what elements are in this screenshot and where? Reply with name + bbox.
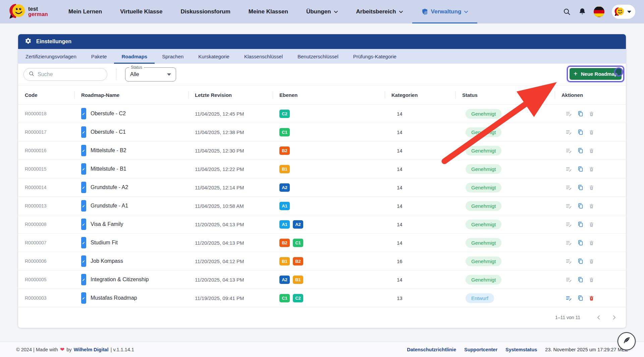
tab-sprachen[interactable]: Sprachen [155, 49, 191, 64]
delete-icon[interactable] [589, 166, 594, 172]
row-name-cell: Job Kompass [74, 255, 188, 267]
row-name-cell: Mittelstufe - B2 [74, 145, 188, 156]
nav-item-verwaltung[interactable]: Verwaltung [412, 0, 478, 23]
delete-icon[interactable] [589, 258, 594, 264]
edit-icon[interactable] [566, 184, 572, 191]
delete-icon[interactable] [589, 277, 594, 283]
footer-link-support[interactable]: Supportcenter [464, 347, 497, 352]
nav-item-arbeitsbereich[interactable]: Arbeitsbereich [347, 0, 412, 23]
chevron-down-icon [399, 10, 403, 14]
level-badge-a2: A2 [279, 276, 290, 284]
row-actions [555, 184, 626, 191]
edit-icon[interactable] [566, 221, 572, 228]
level-badge-c2: C2 [293, 294, 303, 302]
tab-roadmaps[interactable]: Roadmaps [114, 49, 155, 64]
nav-item-diskussionsforum[interactable]: Diskussionsforum [171, 0, 239, 23]
user-menu[interactable] [612, 5, 635, 19]
level-badge-a2: A2 [293, 220, 303, 229]
row-categories: 16 [385, 258, 455, 264]
copy-icon[interactable] [577, 129, 584, 135]
tab-benutzerschlüssel[interactable]: Benutzerschlüssel [290, 49, 346, 64]
status-badge: Entwurf [466, 293, 494, 303]
brand-link[interactable]: Wilhelm Digital [74, 347, 109, 352]
copy-icon[interactable] [577, 258, 584, 264]
delete-icon[interactable] [589, 203, 594, 209]
search-input[interactable] [38, 71, 102, 77]
language-flag-german-icon[interactable] [594, 6, 604, 17]
row-name-cell: Mustafas Roadmap [74, 292, 188, 304]
row-last-revision: 11/20/2025, 04:12 PM [188, 258, 273, 264]
edit-icon[interactable] [566, 276, 572, 283]
copy-icon[interactable] [577, 111, 584, 117]
pagination-next-icon[interactable] [610, 313, 619, 322]
support-fab-button[interactable] [618, 332, 636, 350]
row-categories: 14 [385, 240, 455, 246]
table-header: CodeRoadmap-NameLetzte RevisionEbenenKat… [18, 85, 626, 105]
edit-icon[interactable] [566, 110, 572, 117]
roadmap-edit-tab-icon [81, 126, 86, 138]
copy-icon[interactable] [577, 277, 584, 283]
footer-link-datenschutz[interactable]: Datenschutzrichtlinie [407, 347, 456, 352]
copy-icon[interactable] [577, 147, 584, 154]
logo-wordmark: test german [28, 6, 48, 17]
copy-icon[interactable] [577, 166, 584, 172]
roadmap-name: Mittelstufe - B2 [91, 147, 126, 154]
roadmap-edit-tab-icon [81, 145, 86, 156]
table-row: R0000016 Mittelstufe - B2 11/04/2025, 12… [18, 141, 626, 160]
edit-icon[interactable] [566, 202, 572, 209]
column-header-ebenen: Ebenen [273, 92, 385, 98]
delete-icon[interactable] [589, 111, 594, 117]
edit-icon[interactable] [566, 258, 572, 264]
tab-pakete[interactable]: Pakete [84, 49, 114, 64]
delete-icon[interactable] [589, 240, 594, 246]
level-badge-c1: C1 [293, 239, 303, 247]
delete-icon[interactable] [589, 295, 594, 301]
row-name-cell: Oberstufe - C1 [74, 126, 188, 138]
nav-item-virtuelle-klasse[interactable]: Virtuelle Klasse [111, 0, 171, 23]
edit-icon[interactable] [566, 147, 572, 154]
status-filter-select[interactable]: Status Alle [125, 67, 176, 81]
nav-item-mein-lernen[interactable]: Mein Lernen [59, 0, 111, 23]
table-toolbar: Status Alle + Neue Roadmap [18, 64, 626, 85]
copy-icon[interactable] [577, 221, 584, 228]
level-badge-b1: B1 [279, 257, 290, 265]
roadmap-edit-tab-icon [81, 237, 86, 248]
edit-icon[interactable] [566, 166, 572, 172]
search-icon[interactable] [563, 8, 571, 16]
app-logo[interactable]: test german [9, 3, 48, 20]
edit-icon[interactable] [566, 295, 572, 301]
row-last-revision: 11/04/2025, 12:14 PM [188, 185, 273, 190]
roadmap-name: Visa & Family [91, 221, 123, 227]
row-code: R0000003 [18, 295, 74, 301]
new-roadmap-highlight: + Neue Roadmap [567, 66, 624, 82]
row-status: Genehmigt [455, 201, 555, 211]
nav-item-label: Verwaltung [431, 8, 462, 15]
roadmap-edit-tab-icon [81, 292, 86, 304]
copy-icon[interactable] [577, 203, 584, 209]
footer-link-systemstatus[interactable]: Systemstatus [505, 347, 537, 352]
row-levels: A1A2 [273, 220, 385, 229]
tab-klassenschlüssel[interactable]: Klassenschlüssel [237, 49, 290, 64]
delete-icon[interactable] [589, 148, 594, 154]
copy-icon[interactable] [577, 184, 584, 191]
roadmap-name: Job Kompass [91, 258, 123, 264]
row-code: R0000007 [18, 240, 74, 245]
column-header-status: Status [455, 92, 555, 98]
nav-item-meine-klassen[interactable]: Meine Klassen [239, 0, 297, 23]
tab-zertifizierungsvorlagen[interactable]: Zertifizierungsvorlagen [18, 49, 84, 64]
edit-icon[interactable] [566, 239, 572, 246]
row-last-revision: 11/04/2025, 12:30 PM [188, 148, 273, 154]
delete-icon[interactable] [589, 222, 594, 227]
delete-icon[interactable] [589, 185, 594, 190]
copy-icon[interactable] [577, 240, 584, 246]
delete-icon[interactable] [589, 129, 594, 135]
notifications-bell-icon[interactable] [578, 8, 586, 16]
nav-item-übungen[interactable]: Übungen [297, 0, 347, 23]
new-roadmap-button[interactable]: + Neue Roadmap [570, 68, 622, 80]
pagination-prev-icon[interactable] [594, 313, 603, 322]
edit-icon[interactable] [566, 129, 572, 135]
tab-kurskategorie[interactable]: Kurskategorie [191, 49, 237, 64]
tab-prüfungs-kategorie[interactable]: Prüfungs-Kategorie [346, 49, 404, 64]
copy-icon[interactable] [577, 295, 584, 301]
status-badge: Genehmigt [466, 164, 501, 174]
